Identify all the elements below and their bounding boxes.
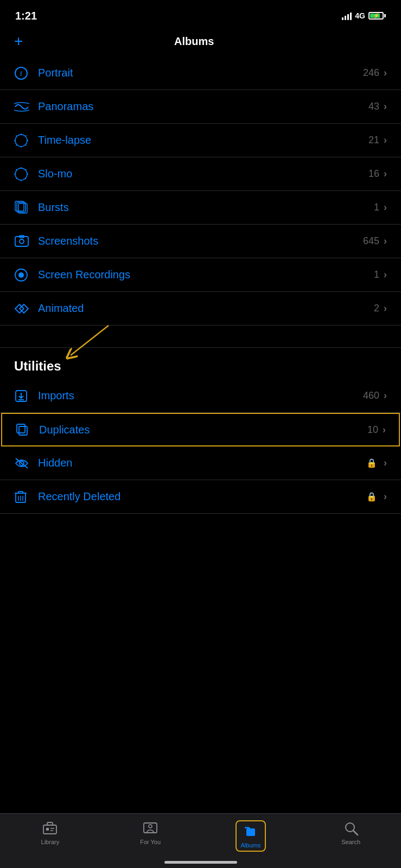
- list-item-duplicates[interactable]: Duplicates 10 ›: [1, 413, 400, 446]
- tab-bar: Library For You Albums: [0, 813, 401, 868]
- signal-bars-icon: [342, 11, 352, 20]
- page-header: + Albums: [0, 28, 401, 56]
- hidden-icon: [14, 457, 38, 469]
- svg-line-8: [26, 144, 27, 145]
- status-icons: 4G ⚡: [342, 11, 386, 20]
- search-tab-label: Search: [341, 839, 360, 845]
- svg-rect-47: [46, 828, 49, 831]
- bursts-count: 1: [374, 202, 379, 213]
- panorama-icon: [14, 101, 38, 112]
- slomo-icon: [14, 167, 38, 181]
- list-item-recentlydeleted[interactable]: Recently Deleted 🔒 ›: [0, 480, 401, 514]
- svg-line-30: [71, 326, 109, 355]
- screenrecordings-icon: [14, 268, 38, 282]
- screenshots-chevron: ›: [384, 235, 387, 247]
- svg-rect-54: [245, 827, 249, 828]
- svg-rect-46: [43, 825, 56, 834]
- svg-rect-35: [17, 424, 25, 433]
- imports-chevron: ›: [384, 390, 387, 401]
- svg-point-51: [149, 825, 152, 828]
- panoramas-chevron: ›: [384, 101, 387, 112]
- svg-line-17: [26, 178, 27, 179]
- portrait-icon: f: [14, 66, 38, 80]
- duplicates-chevron: ›: [383, 424, 386, 436]
- screenshots-label: Screenshots: [38, 235, 363, 247]
- timelapse-chevron: ›: [384, 135, 387, 146]
- svg-line-7: [16, 135, 17, 136]
- tab-library[interactable]: Library: [0, 820, 100, 845]
- hidden-lock-icon: 🔒: [366, 458, 377, 468]
- foryou-tab-icon: [142, 820, 158, 837]
- panoramas-count: 43: [368, 101, 379, 112]
- timelapse-count: 21: [368, 135, 379, 146]
- bursts-label: Bursts: [38, 201, 374, 214]
- svg-point-27: [18, 272, 24, 278]
- screenrecordings-count: 1: [374, 269, 379, 280]
- svg-rect-34: [19, 426, 27, 435]
- screenrecordings-chevron: ›: [384, 269, 387, 280]
- library-tab-icon: [42, 820, 58, 837]
- albums-tab-highlight: Albums: [235, 820, 266, 852]
- svg-rect-52: [246, 828, 255, 836]
- animated-icon: [14, 302, 38, 316]
- hidden-label: Hidden: [38, 457, 366, 469]
- list-item-screenrecordings[interactable]: Screen Recordings 1 ›: [0, 258, 401, 292]
- list-item-portrait[interactable]: f Portrait 246 ›: [0, 56, 401, 90]
- portrait-chevron: ›: [384, 67, 387, 79]
- status-time: 1:21: [15, 10, 37, 22]
- battery-icon: ⚡: [368, 12, 386, 20]
- screenshots-icon: [14, 234, 38, 248]
- animated-chevron: ›: [384, 303, 387, 314]
- foryou-tab-label: For You: [140, 839, 161, 845]
- network-type: 4G: [355, 11, 365, 20]
- svg-line-9: [26, 135, 27, 136]
- portrait-count: 246: [363, 67, 379, 79]
- timelapse-label: Time-lapse: [38, 134, 368, 146]
- animated-label: Animated: [38, 302, 374, 315]
- duplicates-count: 10: [367, 424, 378, 436]
- list-item-timelapse[interactable]: Time-lapse 21 ›: [0, 124, 401, 157]
- svg-point-24: [20, 239, 24, 244]
- list-item-hidden[interactable]: Hidden 🔒 ›: [0, 446, 401, 480]
- list-item-screenshots[interactable]: Screenshots 645 ›: [0, 225, 401, 258]
- list-item-slomo[interactable]: Slo-mo 16 ›: [0, 157, 401, 191]
- duplicates-icon: [15, 423, 39, 437]
- slomo-count: 16: [368, 168, 379, 180]
- recentlydeleted-chevron: ›: [384, 491, 387, 502]
- albums-tab-label: Albums: [241, 842, 261, 848]
- list-item-bursts[interactable]: Bursts 1 ›: [0, 191, 401, 225]
- albums-tab-icon: [243, 824, 259, 840]
- panoramas-label: Panoramas: [38, 100, 368, 113]
- hidden-chevron: ›: [384, 457, 387, 469]
- svg-text:f: f: [20, 69, 23, 78]
- tab-search[interactable]: Search: [301, 820, 401, 845]
- svg-line-56: [353, 831, 358, 835]
- page-title: Albums: [174, 35, 214, 48]
- tab-albums[interactable]: Albums: [201, 820, 301, 852]
- recentlydeleted-lock-icon: 🔒: [366, 492, 377, 502]
- imports-count: 460: [363, 390, 379, 401]
- imports-label: Imports: [38, 390, 363, 402]
- list-item-imports[interactable]: Imports 460 ›: [0, 379, 401, 413]
- imports-icon: [14, 389, 38, 403]
- status-bar: 1:21 4G ⚡: [0, 0, 401, 28]
- annotation-arrow: [0, 326, 401, 363]
- bursts-icon: [14, 201, 38, 215]
- search-tab-icon: [343, 820, 359, 837]
- duplicates-label: Duplicates: [39, 424, 367, 436]
- slomo-chevron: ›: [384, 168, 387, 180]
- add-album-button[interactable]: +: [14, 34, 23, 49]
- timelapse-icon: [14, 133, 38, 148]
- list-item-panoramas[interactable]: Panoramas 43 ›: [0, 90, 401, 124]
- screenshots-count: 645: [363, 235, 379, 247]
- library-tab-label: Library: [41, 839, 60, 845]
- animated-count: 2: [374, 303, 379, 314]
- tab-foryou[interactable]: For You: [100, 820, 201, 845]
- recentlydeleted-label: Recently Deleted: [38, 490, 366, 503]
- portrait-label: Portrait: [38, 67, 363, 79]
- svg-line-19: [16, 178, 17, 179]
- home-indicator: [164, 861, 237, 864]
- screenrecordings-label: Screen Recordings: [38, 269, 374, 281]
- slomo-label: Slo-mo: [38, 168, 368, 180]
- bursts-chevron: ›: [384, 202, 387, 213]
